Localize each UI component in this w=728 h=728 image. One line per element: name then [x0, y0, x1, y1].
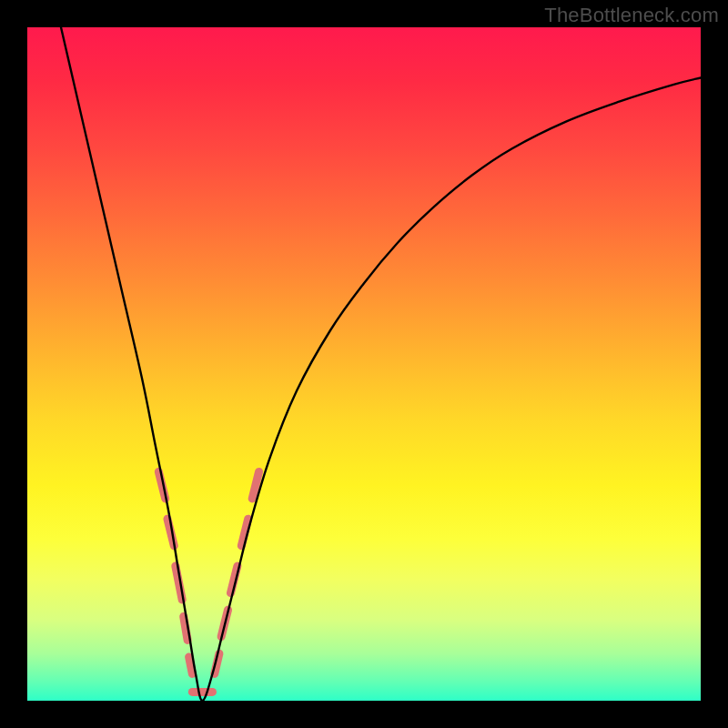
plot-area [27, 27, 701, 701]
highlight-dashes [158, 471, 258, 692]
highlight-dash [189, 657, 193, 674]
chart-svg [27, 27, 701, 701]
bottleneck-curve [61, 27, 701, 701]
outer-frame: TheBottleneck.com [0, 0, 728, 728]
watermark-text: TheBottleneck.com [544, 4, 719, 27]
